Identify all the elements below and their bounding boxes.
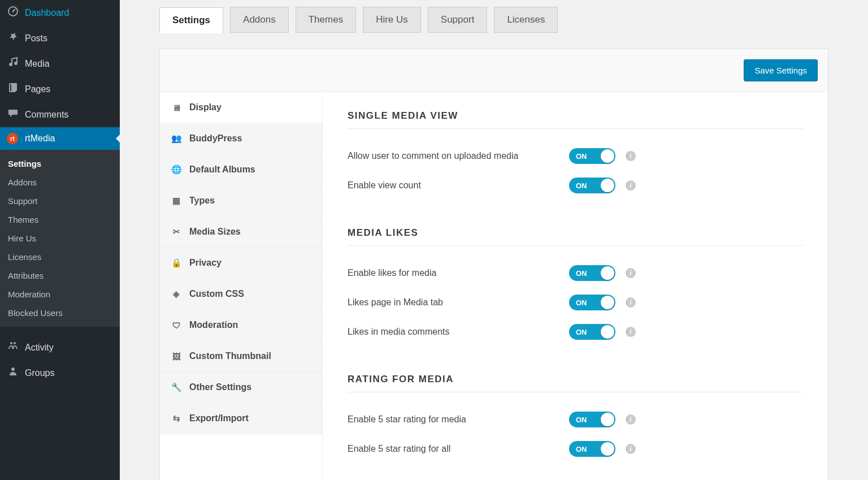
setting-row: Likes in media comments ON i: [348, 317, 803, 347]
subnav-thumbnail[interactable]: 🖼Custom Thumbnail: [160, 341, 322, 372]
subnav-customcss[interactable]: ◈Custom CSS: [160, 279, 322, 310]
subnav-label: Types: [189, 196, 215, 206]
tab-support[interactable]: Support: [428, 7, 488, 33]
wrench-icon: 🔧: [171, 382, 181, 392]
groups-icon: [7, 366, 19, 380]
setting-row: Enable 5 star rating for all ON i: [348, 434, 803, 464]
section-single-media-view: SINGLE MEDIA VIEW Allow user to comment …: [348, 110, 803, 200]
info-icon[interactable]: i: [626, 297, 636, 308]
svg-rect-5: [11, 83, 17, 91]
info-icon[interactable]: i: [626, 180, 636, 191]
subnav-privacy[interactable]: 🔒Privacy: [160, 248, 322, 279]
sidebar-label: Groups: [25, 368, 54, 378]
css-icon: ◈: [171, 289, 181, 299]
sidebar-item-comments[interactable]: Comments: [0, 102, 120, 127]
setting-label: Enable view count: [348, 180, 569, 191]
toggle-5star[interactable]: ON: [569, 412, 615, 427]
sidebar-label: Posts: [25, 33, 47, 44]
save-settings-button[interactable]: Save Settings: [744, 59, 818, 81]
main-content: Settings Addons Themes Hire Us Support L…: [120, 0, 868, 480]
subnav-label: Display: [189, 102, 222, 113]
media-icon: [7, 57, 19, 71]
sidebar-item-media[interactable]: Media: [0, 51, 120, 76]
subnav-label: Privacy: [189, 258, 222, 268]
subnav-buddypress[interactable]: 👥BuddyPress: [160, 123, 322, 154]
setting-label: Likes page in Media tab: [348, 297, 569, 308]
section-media-likes: MEDIA LIKES Enable likes for media ON i …: [348, 227, 803, 347]
tab-bar: Settings Addons Themes Hire Us Support L…: [159, 7, 857, 33]
toggle-5star-all[interactable]: ON: [569, 441, 615, 457]
sidebar-item-activity[interactable]: Activity: [0, 335, 120, 360]
sidebar-label: Media: [25, 59, 50, 69]
sidebar-label: Comments: [25, 110, 68, 120]
subnav-mediasizes[interactable]: ✂Media Sizes: [160, 217, 322, 248]
subnav-exportimport[interactable]: ⇆Export/Import: [160, 403, 322, 434]
subnav-display[interactable]: 🖥Display: [160, 92, 322, 123]
setting-row: Enable 5 star rating for media ON i: [348, 405, 803, 434]
types-icon: ▦: [171, 196, 181, 206]
subnav-defaultalbums[interactable]: 🌐Default Albums: [160, 154, 322, 185]
admin-submenu: Settings Addons Support Themes Hire Us L…: [0, 150, 120, 327]
toggle-likes-page[interactable]: ON: [569, 295, 615, 310]
sidebar-item-posts[interactable]: Posts: [0, 25, 120, 51]
submenu-hireus[interactable]: Hire Us: [0, 229, 120, 248]
section-title: RATING FOR MEDIA: [348, 374, 803, 392]
settings-content: SINGLE MEDIA VIEW Allow user to comment …: [323, 92, 828, 480]
submenu-licenses[interactable]: Licenses: [0, 248, 120, 266]
toggle-enable-likes[interactable]: ON: [569, 265, 615, 281]
sidebar-label: Dashboard: [25, 8, 69, 18]
shield-icon: 🛡: [171, 321, 181, 330]
subnav-label: Media Sizes: [189, 227, 241, 237]
info-icon[interactable]: i: [626, 151, 636, 161]
globe-icon: 🌐: [171, 165, 181, 175]
tab-hireus[interactable]: Hire Us: [363, 7, 421, 33]
display-icon: 🖥: [171, 103, 181, 113]
submenu-blocked[interactable]: Blocked Users: [0, 304, 120, 322]
tab-licenses[interactable]: Licenses: [494, 7, 558, 33]
toggle-likes-comments[interactable]: ON: [569, 324, 615, 340]
toggle-allow-comment[interactable]: ON: [569, 148, 615, 164]
tab-themes[interactable]: Themes: [296, 7, 356, 33]
sidebar-item-rtmedia[interactable]: rt rtMedia: [0, 127, 120, 150]
tab-settings[interactable]: Settings: [159, 7, 223, 33]
svg-point-7: [14, 342, 16, 344]
submenu-addons[interactable]: Addons: [0, 173, 120, 192]
sidebar-item-dashboard[interactable]: Dashboard: [0, 0, 120, 25]
admin-sidebar: Dashboard Posts Media Pages: [0, 0, 120, 480]
pages-icon: [7, 82, 19, 96]
setting-label: Enable 5 star rating for all: [348, 444, 569, 454]
submenu-moderation[interactable]: Moderation: [0, 285, 120, 304]
subnav-label: Custom Thumbnail: [189, 351, 271, 361]
submenu-support[interactable]: Support: [0, 192, 120, 210]
save-bar: Save Settings: [160, 49, 828, 92]
buddypress-icon: 👥: [171, 133, 181, 144]
setting-row: Likes page in Media tab ON i: [348, 288, 803, 317]
transfer-icon: ⇆: [171, 413, 181, 423]
image-icon: 🖼: [171, 352, 181, 361]
sidebar-label: rtMedia: [25, 133, 55, 144]
toggle-view-count[interactable]: ON: [569, 178, 615, 193]
tab-addons[interactable]: Addons: [230, 7, 289, 33]
section-title: SINGLE MEDIA VIEW: [348, 110, 803, 129]
info-icon[interactable]: i: [626, 268, 636, 278]
subnav-label: Moderation: [189, 320, 238, 330]
submenu-themes[interactable]: Themes: [0, 210, 120, 229]
sidebar-item-groups[interactable]: Groups: [0, 360, 120, 386]
comments-icon: [7, 107, 19, 122]
submenu-settings[interactable]: Settings: [0, 154, 120, 173]
subnav-moderation[interactable]: 🛡Moderation: [160, 310, 322, 341]
info-icon[interactable]: i: [626, 414, 636, 425]
sidebar-item-pages[interactable]: Pages: [0, 76, 120, 102]
info-icon[interactable]: i: [626, 444, 636, 454]
svg-point-6: [10, 342, 12, 344]
subnav-types[interactable]: ▦Types: [160, 185, 322, 217]
setting-label: Enable likes for media: [348, 268, 569, 278]
subnav-label: Other Settings: [189, 382, 251, 392]
subnav-label: Export/Import: [189, 413, 249, 423]
info-icon[interactable]: i: [626, 327, 636, 337]
setting-label: Likes in media comments: [348, 327, 569, 337]
subnav-label: Default Albums: [189, 165, 255, 175]
subnav-label: BuddyPress: [189, 133, 242, 144]
subnav-other[interactable]: 🔧Other Settings: [160, 372, 322, 403]
submenu-attributes[interactable]: Attributes: [0, 266, 120, 285]
